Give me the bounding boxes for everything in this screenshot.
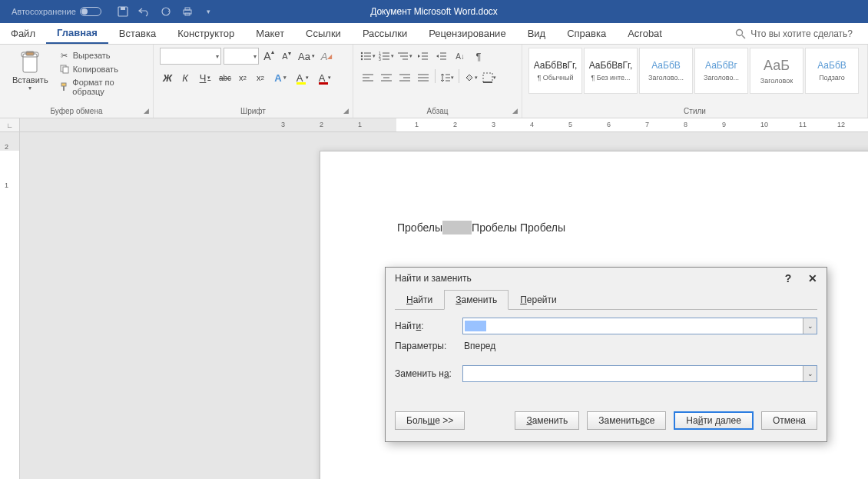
find-input[interactable]: ⌄ (462, 318, 817, 334)
ruler-horizontal[interactable]: ∟ 32112345678910111213141516 (0, 118, 868, 132)
ribbon-group-paragraph: ▾ 123▾ ▾ A↓ ¶ ▾ ▾ ▾ Абзац ◢ (353, 45, 522, 118)
params-label: Параметры: (395, 341, 462, 351)
grow-font-button[interactable]: A▴ (261, 48, 277, 65)
font-name-combo[interactable]: ▾ (160, 48, 221, 65)
copy-button[interactable]: Копировать (59, 64, 147, 75)
redo-icon[interactable] (160, 5, 172, 18)
style-item-5[interactable]: АаБбВПодзаго (805, 48, 859, 94)
italic-button[interactable]: К (177, 69, 193, 86)
undo-icon[interactable] (138, 5, 151, 18)
align-center-button[interactable] (378, 69, 395, 86)
change-case-button[interactable]: Aa▾ (297, 48, 316, 65)
dialog-help-button[interactable]: ? (780, 272, 796, 284)
svg-point-16 (361, 55, 363, 57)
menu-review[interactable]: Рецензирование (418, 23, 516, 44)
align-left-button[interactable] (359, 69, 376, 86)
borders-button[interactable]: ▾ (481, 69, 498, 86)
document-text[interactable]: ПробелыПробелы Пробелы (397, 221, 868, 235)
svg-rect-4 (185, 8, 190, 10)
menu-file[interactable]: Файл (0, 23, 46, 44)
strikethrough-button[interactable]: abc (217, 69, 233, 86)
cut-button[interactable]: ✂Вырезать (59, 50, 147, 61)
menu-home[interactable]: Главная (46, 23, 108, 44)
increase-indent-button[interactable] (433, 48, 450, 65)
menu-references[interactable]: Ссылки (295, 23, 352, 44)
find-replace-dialog: Найти и заменить ? ✕ Найти Заменить Пере… (385, 267, 827, 442)
style-item-3[interactable]: АаБбВгЗаголово... (694, 48, 748, 94)
highlight-button[interactable]: A▾ (293, 69, 313, 86)
print-icon[interactable] (181, 5, 194, 18)
tab-replace[interactable]: Заменить (444, 290, 509, 310)
svg-line-7 (742, 35, 745, 38)
line-spacing-button[interactable]: ▾ (439, 69, 456, 86)
title-bar: Автосохранение ▾ Документ Microsoft Word… (0, 0, 868, 23)
find-input-selection (465, 321, 486, 331)
save-icon[interactable] (117, 5, 129, 18)
svg-point-17 (361, 58, 363, 60)
menu-design[interactable]: Конструктор (167, 23, 245, 44)
autosave-label: Автосохранение (12, 7, 76, 16)
numbering-button[interactable]: 123▾ (378, 48, 395, 65)
svg-rect-1 (121, 7, 125, 10)
menu-layout[interactable]: Макет (245, 23, 295, 44)
tab-find[interactable]: Найти (395, 290, 444, 310)
subscript-button[interactable]: x2 (235, 69, 250, 86)
bold-button[interactable]: Ж (160, 69, 175, 86)
menu-acrobat[interactable]: Acrobat (617, 23, 673, 44)
sort-button[interactable]: A↓ (452, 48, 469, 65)
style-item-2[interactable]: АаБбВЗаголово... (639, 48, 693, 94)
show-marks-button[interactable]: ¶ (470, 48, 487, 65)
style-item-4[interactable]: АаБЗаголовок (750, 48, 803, 94)
bullets-button[interactable]: ▾ (359, 48, 376, 65)
find-next-button[interactable]: Найти далее (674, 411, 754, 430)
font-color-button[interactable]: A▾ (315, 69, 335, 86)
replace-input[interactable]: ⌄ (462, 365, 817, 382)
more-button[interactable]: Больше >> (395, 411, 465, 430)
menu-mailings[interactable]: Рассылки (352, 23, 418, 44)
cancel-button[interactable]: Отмена (761, 411, 817, 430)
replace-dropdown-arrow[interactable]: ⌄ (803, 366, 817, 381)
ribbon-group-styles: АаБбВвГг,¶ ОбычныйАаБбВвГг,¶ Без инте...… (522, 45, 868, 118)
font-size-combo[interactable]: ▾ (224, 48, 259, 65)
clipboard-dialog-launcher[interactable]: ◢ (141, 106, 151, 115)
style-item-0[interactable]: АаБбВвГг,¶ Обычный (528, 48, 582, 94)
text-effects-button[interactable]: A▾ (270, 69, 290, 86)
find-dropdown-arrow[interactable]: ⌄ (803, 318, 817, 334)
menu-view[interactable]: Вид (517, 23, 557, 44)
cut-icon: ✂ (59, 50, 70, 61)
dialog-tabs: Найти Заменить Перейти (395, 289, 817, 310)
style-item-1[interactable]: АаБбВвГг,¶ Без инте... (584, 48, 638, 94)
search-icon (735, 28, 746, 39)
shrink-font-button[interactable]: A▾ (279, 48, 294, 65)
find-label: Найти: (395, 321, 462, 331)
dialog-titlebar[interactable]: Найти и заменить ? ✕ (386, 268, 827, 289)
multilevel-list-button[interactable]: ▾ (396, 48, 413, 65)
tell-me-search[interactable]: Что вы хотите сделать? (735, 28, 853, 39)
decrease-indent-button[interactable] (415, 48, 432, 65)
shading-button[interactable]: ▾ (462, 69, 479, 86)
replace-button[interactable]: Заменить (515, 411, 579, 430)
format-painter-icon (59, 81, 70, 92)
customize-qat-icon[interactable]: ▾ (203, 5, 215, 18)
replace-all-button[interactable]: Заменить все (587, 411, 666, 430)
align-right-button[interactable] (396, 69, 413, 86)
format-painter-button[interactable]: Формат по образцу (59, 78, 147, 96)
paragraph-dialog-launcher[interactable]: ◢ (510, 106, 519, 115)
ribbon-group-font: ▾ ▾ A▴ A▾ Aa▾ A◢ Ж К Ч▾ abc x2 x2 A▾ A▾ … (154, 45, 353, 118)
menu-help[interactable]: Справка (556, 23, 617, 44)
superscript-button[interactable]: x2 (253, 69, 268, 86)
svg-rect-51 (483, 73, 492, 82)
quick-access-toolbar: ▾ (117, 5, 215, 18)
dialog-close-button[interactable]: ✕ (805, 272, 820, 284)
font-dialog-launcher[interactable]: ◢ (341, 106, 350, 115)
document-title: Документ Microsoft Word.docx (370, 6, 498, 17)
tab-goto[interactable]: Перейти (509, 290, 568, 310)
ruler-vertical[interactable]: 21 (0, 132, 20, 479)
menu-insert[interactable]: Вставка (108, 23, 167, 44)
justify-button[interactable] (415, 69, 432, 86)
clear-formatting-button[interactable]: A◢ (319, 48, 334, 65)
font-group-label: Шрифт (154, 104, 353, 118)
params-value: Вперед (462, 341, 495, 351)
underline-button[interactable]: Ч▾ (195, 69, 215, 86)
autosave-toggle[interactable]: Автосохранение (12, 7, 101, 16)
